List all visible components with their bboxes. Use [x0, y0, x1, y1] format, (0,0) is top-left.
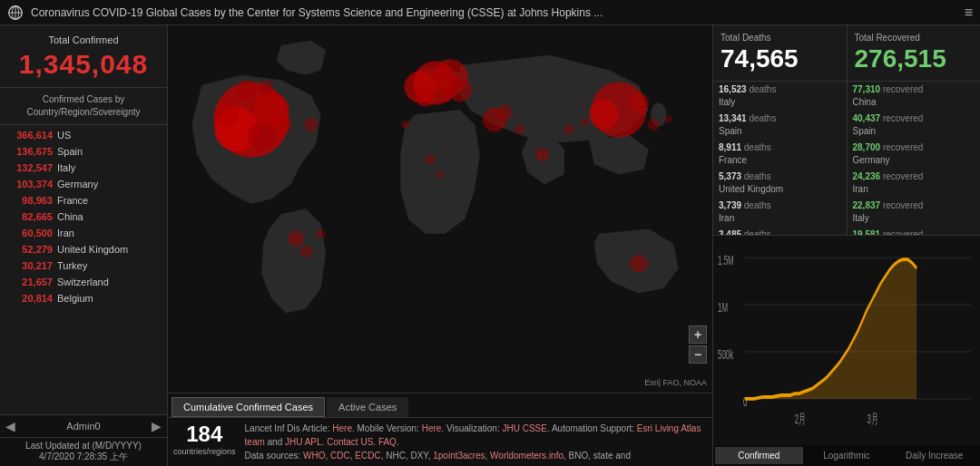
jhu-apl-link[interactable]: JHU APL: [285, 437, 322, 447]
country-list[interactable]: 366,614US136,675Spain132,547Italy103,374…: [0, 125, 167, 414]
country-item[interactable]: 52,279United Kingdom: [0, 241, 167, 257]
map-area: + − Esri| FAO, NOAA Cumulative Confirmed…: [168, 25, 712, 466]
chart-area: 1.5M 1M 500k 0 2月 3月: [713, 236, 980, 445]
country-name: Turkey: [57, 260, 87, 271]
total-confirmed-label: Total Confirmed: [5, 34, 162, 45]
country-count: 82,665: [7, 211, 53, 222]
map-tab[interactable]: Cumulative Confirmed Cases: [172, 397, 325, 417]
country-item[interactable]: 21,657Switzerland: [0, 274, 167, 290]
svg-point-27: [436, 170, 445, 179]
recovered-type: recovered: [883, 229, 923, 235]
country-item[interactable]: 132,547Italy: [0, 160, 167, 176]
country-item[interactable]: 366,614US: [0, 127, 167, 143]
country-name: Italy: [57, 162, 75, 173]
zoom-in-button[interactable]: +: [689, 325, 707, 344]
recovered-place: Italy: [853, 213, 869, 223]
nav-prev-button[interactable]: ◀: [5, 419, 15, 433]
country-count: 21,657: [7, 277, 53, 287]
svg-point-23: [496, 105, 513, 121]
deaths-type: deaths: [744, 229, 771, 235]
recovered-type: recovered: [883, 142, 923, 152]
deaths-count: 16,523: [719, 84, 747, 94]
stats-lists: 16,523 deathsItaly13,341 deathsSpain8,91…: [713, 82, 980, 236]
chart-tab[interactable]: Logarithmic: [803, 447, 891, 464]
svg-point-37: [664, 116, 672, 124]
svg-point-8: [589, 100, 619, 130]
deaths-type: deaths: [744, 171, 771, 181]
country-name: United Kingdom: [57, 244, 128, 255]
country-name: Belgium: [57, 293, 93, 304]
deaths-place: Spain: [719, 126, 742, 136]
country-count: 366,614: [7, 130, 53, 141]
lancet-link[interactable]: Here: [332, 423, 352, 433]
deaths-place: United Kingdom: [719, 184, 783, 194]
deaths-place: Italy: [719, 97, 735, 107]
1point3acres-link[interactable]: 1point3acres: [433, 451, 485, 461]
svg-text:500k: 500k: [718, 346, 734, 363]
recovered-value: 276,515: [855, 44, 974, 73]
deaths-place: France: [719, 155, 747, 165]
map-tabs: Cumulative Confirmed CasesActive Cases: [168, 393, 712, 417]
deaths-type: deaths: [749, 113, 776, 123]
country-count: 30,217: [7, 260, 53, 271]
svg-point-31: [260, 80, 273, 93]
cdc-link[interactable]: CDC: [330, 451, 350, 461]
svg-text:3月: 3月: [867, 411, 877, 427]
recovered-count: 40,437: [853, 113, 881, 123]
zoom-out-button[interactable]: −: [689, 345, 707, 364]
menu-icon[interactable]: ≡: [965, 5, 973, 21]
map-container[interactable]: + − Esri| FAO, NOAA: [168, 25, 712, 393]
map-controls: + −: [689, 325, 707, 365]
deaths-type: deaths: [749, 84, 776, 94]
svg-point-32: [401, 121, 409, 129]
faq-link[interactable]: FAQ: [378, 437, 397, 447]
country-header: Confirmed Cases byCountry/Region/Soverei…: [0, 88, 167, 125]
country-name: Germany: [57, 179, 98, 189]
svg-point-24: [289, 231, 305, 248]
country-item[interactable]: 103,374Germany: [0, 176, 167, 192]
chart-tab[interactable]: Daily Increase: [890, 447, 978, 464]
country-item[interactable]: 30,217Turkey: [0, 257, 167, 274]
map-attribution: Esri| FAO, NOAA: [644, 378, 707, 387]
admin-label: Admin0: [66, 421, 100, 432]
map-tab[interactable]: Active Cases: [327, 397, 408, 417]
country-count: 136,675: [7, 146, 53, 157]
recovered-place: Spain: [853, 126, 877, 136]
recovered-row: 77,310 recoveredChina: [848, 82, 981, 111]
ecdc-link[interactable]: ECDC: [355, 451, 380, 461]
country-name: Spain: [57, 146, 83, 157]
recovered-count: 24,236: [853, 171, 881, 181]
svg-text:1.5M: 1.5M: [718, 252, 734, 268]
country-item[interactable]: 98,963France: [0, 192, 167, 209]
deaths-row: 3,739 deathsIran: [713, 198, 847, 227]
last-updated-label: Last Updated at (M/D/YYYY): [3, 441, 164, 451]
who-link[interactable]: WHO: [303, 451, 325, 461]
chart-tab[interactable]: Confirmed: [715, 447, 803, 464]
country-count: 132,547: [7, 162, 53, 173]
worldometers-link[interactable]: Worldometers.info: [490, 451, 564, 461]
recovered-panel: Total Recovered 276,515: [848, 25, 981, 81]
mobile-link[interactable]: Here: [422, 423, 442, 433]
jhu-link[interactable]: JHU CSSE: [502, 423, 546, 433]
svg-point-21: [215, 102, 239, 126]
lancet-prefix: Lancet Inf Dis Article:: [245, 423, 333, 433]
country-name: China: [57, 211, 83, 222]
country-item[interactable]: 136,675Spain: [0, 143, 167, 160]
svg-point-26: [426, 154, 436, 164]
sidebar-nav: ◀ Admin0 ▶: [0, 414, 167, 437]
country-item[interactable]: 20,814Belgium: [0, 290, 167, 306]
country-count: 60,500: [7, 228, 53, 238]
total-confirmed-value: 1,345,048: [5, 49, 162, 80]
nav-next-button[interactable]: ▶: [152, 419, 162, 433]
deaths-panel: Total Deaths 74,565: [713, 25, 848, 81]
recovered-row: 19,581 recoveredUS: [848, 227, 981, 235]
recovered-type: recovered: [883, 200, 923, 210]
deaths-place: Iran: [719, 213, 734, 223]
country-item[interactable]: 82,665China: [0, 209, 167, 225]
deaths-count: 8,911: [719, 142, 741, 152]
contact-link[interactable]: Contact US: [327, 437, 373, 447]
deaths-row: 3,485 deathsNew York City New York US: [713, 227, 847, 235]
deaths-label: Total Deaths: [720, 33, 839, 43]
country-item[interactable]: 60,500Iran: [0, 225, 167, 241]
svg-point-29: [630, 255, 648, 273]
